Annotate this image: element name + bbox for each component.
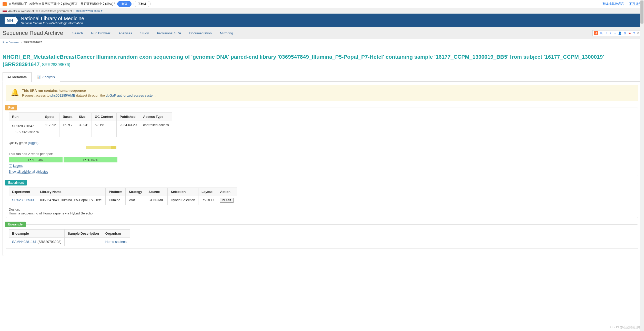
quality-graph-bigger-link[interactable]: (bigger) (28, 141, 38, 145)
tab-content: 🔔 This SRA run contains human sequence R… (3, 82, 641, 256)
help-icon: ? (9, 164, 12, 168)
run-table: Run Spots Bases Size GC Content Publishe… (9, 112, 172, 137)
th-act: Action (217, 188, 237, 196)
table-row: SRR28391647 1. SRR28398576 117.5M 16.7G … (9, 121, 172, 137)
th-spots: Spots (42, 112, 59, 121)
read-bar-2: L=71, 100% (64, 157, 117, 162)
nlm-title: National Library of Medicine (21, 16, 84, 22)
th-bases: Bases (59, 112, 76, 121)
read-bar-1: L=71, 100% (9, 157, 63, 162)
tab-analysis[interactable]: 📊 Analysis (32, 72, 59, 82)
crumb-sep-icon: › (21, 41, 22, 44)
translate-no-button[interactable]: 不翻译 (134, 1, 151, 7)
quality-graph-bar (9, 146, 116, 149)
td-sel: Hybrid Selection (168, 196, 198, 205)
scrollbar[interactable] (640, 0, 644, 258)
th-plat: Platform (106, 188, 126, 196)
nav-analyses[interactable]: Analyses (114, 28, 136, 39)
translate-yes-button[interactable]: 翻译 (117, 1, 132, 7)
grid-icon[interactable]: ⊞ (632, 32, 636, 35)
reads-per-spot-text: This run has 2 reads per spot: (9, 152, 635, 156)
organism-link[interactable]: Homo sapiens (105, 240, 127, 244)
page-title: NHGRI_ER_MetastaticBreastCancer Illumina… (3, 53, 641, 68)
td-sdesc (65, 237, 102, 246)
nav-documentation[interactable]: Documentation (185, 28, 216, 39)
th-access: Access Type (140, 112, 172, 121)
nav-study[interactable]: Study (136, 28, 153, 39)
th-src: Source (145, 188, 168, 196)
th-sel: Selection (168, 188, 198, 196)
td-org: Homo sapiens (102, 237, 130, 246)
gov-banner: An official website of the United States… (0, 8, 644, 14)
alert-text: Request access to phs001285/HMB dataset … (22, 94, 156, 97)
alert-dbgap-link[interactable]: dbGaP authorized access system (106, 94, 155, 97)
tag-icon: 🏷 (7, 75, 11, 79)
th-bio: Biosample (9, 229, 65, 237)
biosample-link[interactable]: SAMN40381161 (12, 240, 36, 244)
td-lay: PAIRED (198, 196, 217, 205)
crumb-current: SRR28391647 (23, 41, 42, 44)
alert-phs-link[interactable]: phs001285/HMB (51, 94, 75, 97)
video-icon[interactable]: ▶ (628, 32, 631, 35)
translate-ext-icon: 译 (594, 31, 598, 35)
reads-bars: L=71, 100% L=71, 100% (9, 157, 635, 162)
crumb-run-browser[interactable]: Run Browser (3, 41, 19, 44)
tool-simp[interactable]: 简 (623, 31, 627, 35)
td-size: 3.0GB (76, 121, 92, 137)
td-run: SRR28391647 1. SRR28398576 (9, 121, 42, 137)
biosample-section: Biosample Biosample Sample Description O… (6, 224, 638, 249)
nav-mirroring[interactable]: Mirroring (216, 28, 237, 39)
td-strat: WXS (126, 196, 145, 205)
translate-never-link[interactable]: 不再提示 (629, 2, 641, 6)
design-label: Design: (9, 208, 635, 211)
td-access: controlled access (140, 121, 172, 137)
gov-how-link[interactable]: Here's how you know ▾ (74, 9, 103, 13)
run-section: Run Run Spots Bases Size GC Content Publ… (6, 108, 638, 176)
translate-helper-label: 在线翻译助手 (9, 2, 27, 6)
scroll-thumb[interactable] (640, 1, 643, 24)
td-act: BLAST (217, 196, 237, 205)
translate-toolbar[interactable]: 译 英 ☽ ✦ ▭ 👤 简 ▶ ⊞ ⚙ (592, 30, 641, 36)
translate-message: 检测到当前网页不是中文(简体)网页，是否要翻译成中文(简体)? (29, 2, 115, 6)
table-row: SRX23996530 0369547849_Illumina_P5-Popal… (9, 196, 237, 205)
nav-provisional[interactable]: Provisional SRA (153, 28, 185, 39)
alert-title: This SRA run contains human sequence (22, 89, 156, 92)
nih-logo-box: NIH (5, 17, 15, 24)
design-text: Illumina sequencing of Homo sapiens via … (9, 211, 635, 215)
show-more-row: Show 18 additional attributes (9, 170, 635, 173)
sparkle-icon[interactable]: ✦ (609, 32, 612, 35)
gear-icon[interactable]: ⚙ (637, 32, 640, 35)
tool-lang[interactable]: 英 (599, 31, 603, 35)
bell-icon: 🔔 (11, 89, 18, 96)
nav-run-browser[interactable]: Run Browser (87, 28, 114, 39)
blast-button[interactable]: BLAST (220, 198, 234, 203)
experiment-section: Experiment Experiment Library Name Platf… (6, 183, 638, 218)
design-block: Design: Illumina sequencing of Homo sapi… (9, 208, 635, 215)
person-icon[interactable]: 👤 (618, 32, 622, 35)
translate-bar: 在线翻译助手 检测到当前网页不是中文(简体)网页，是否要翻译成中文(简体)? 翻… (0, 0, 644, 8)
nih-logo[interactable]: NIH (5, 16, 18, 25)
th-strat: Strategy (126, 188, 145, 196)
th-lib: Library Name (37, 188, 106, 196)
nav-search[interactable]: Search (68, 28, 87, 39)
table-header-row: Run Spots Bases Size GC Content Publishe… (9, 112, 172, 121)
th-run: Run (9, 112, 42, 121)
table-header-row: Biosample Sample Description Organism (9, 229, 130, 237)
show-more-attrs-link[interactable]: Show 18 additional attributes (9, 170, 48, 174)
legend-link[interactable]: Legend (13, 164, 23, 168)
experiment-table: Experiment Library Name Platform Strateg… (9, 188, 237, 205)
td-bio: SAMN40381161 (SRS20793208) (9, 237, 65, 246)
panel-icon[interactable]: ▭ (613, 32, 617, 35)
table-row: SAMN40381161 (SRS20793208) Homo sapiens (9, 237, 130, 246)
experiment-link[interactable]: SRX23996530 (12, 198, 34, 202)
nih-header: NIH National Library of Medicine Nationa… (0, 14, 644, 27)
th-size: Size (76, 112, 92, 121)
translate-other-link[interactable]: 翻译成其他语言 (602, 2, 624, 6)
th-gc: GC Content (92, 112, 116, 121)
tab-metadata[interactable]: 🏷 Metadata (3, 72, 32, 82)
td-exp: SRX23996530 (9, 196, 37, 205)
page-app-title: Sequence Read Archive (3, 27, 68, 39)
moon-icon[interactable]: ☽ (604, 32, 608, 35)
run-section-label: Run (5, 105, 17, 110)
nav-bar: Sequence Read Archive Search Run Browser… (0, 27, 644, 39)
